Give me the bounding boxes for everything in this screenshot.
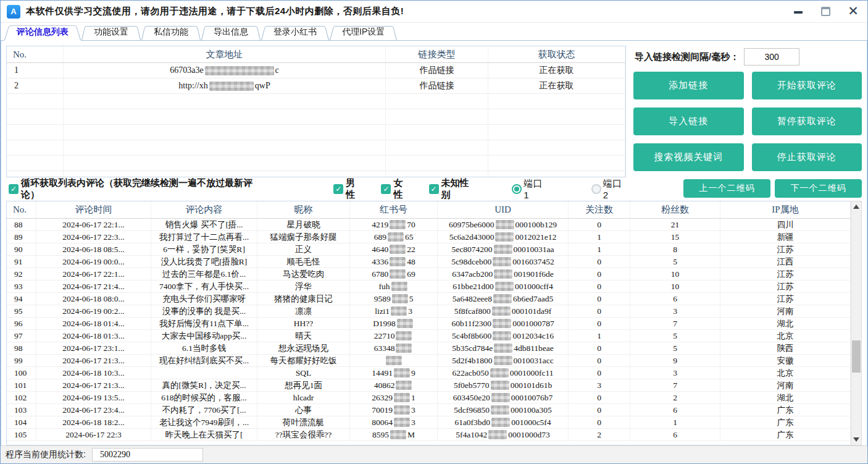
- female-label: 女性: [393, 177, 411, 201]
- censored-blur: [494, 356, 512, 365]
- col-header-link-type[interactable]: 链接类型: [386, 46, 488, 62]
- comment-table-row[interactable]: 1002024-06-18 10:3...SQL144919622acb0500…: [7, 367, 851, 379]
- cell-fans-count: 8: [630, 243, 720, 255]
- female-checkbox[interactable]: ✓: [381, 184, 391, 194]
- tab-proxy-ip[interactable]: 代理IP设置: [330, 24, 397, 40]
- port2-radio[interactable]: [591, 184, 601, 194]
- censored-blur: [394, 418, 410, 427]
- col-header-no[interactable]: No.: [7, 46, 64, 62]
- start-fetch-comments-button[interactable]: 开始获取评论: [752, 72, 862, 99]
- comment-table-row[interactable]: 982024-06-17 23:1...6.1当时多钱想永远现场见633485b…: [7, 342, 851, 355]
- comment-table-row[interactable]: 1022024-06-19 13:5...618的时候买的，客服...hlcad…: [7, 392, 851, 404]
- cell-follow-count: 1: [569, 330, 630, 342]
- comment-table-row[interactable]: 1052024-06-17 22:3昨天晚上在天猫买了[??琪宝会很乖??859…: [7, 429, 851, 441]
- link-table-empty-row: [7, 140, 625, 156]
- import-links-button[interactable]: 导入链接: [633, 108, 744, 135]
- empty-cell: [488, 125, 625, 140]
- scroll-down-arrow[interactable]: [851, 434, 861, 445]
- tab-comment-list[interactable]: 评论信息列表: [4, 23, 81, 40]
- cell-uid: 5a6482eee86b6ed7aad5: [438, 293, 569, 305]
- tab-function-settings[interactable]: 功能设置: [81, 24, 141, 40]
- maximize-button[interactable]: [820, 6, 832, 17]
- link-table: No. 文章地址 链接类型 获取状态 166703a3ec作品链接正在获取2ht…: [6, 46, 626, 177]
- cell-fetch-status: 正在获取: [488, 63, 625, 78]
- port1-radio[interactable]: [512, 184, 522, 194]
- empty-cell: [488, 140, 625, 155]
- comment-table-row[interactable]: 972024-06-18 01:3...大家去中国移动app买...晴天2271…: [7, 330, 851, 342]
- close-button[interactable]: ✕: [848, 6, 859, 17]
- usage-count-value: 5002290: [92, 448, 203, 462]
- comment-table-row[interactable]: 912024-06-19 00:0...没人比我贵了吧[捂脸R]顺毛毛怪4336…: [7, 256, 851, 268]
- minimize-button[interactable]: [793, 6, 804, 17]
- cell-article-url: http://xhqwP: [64, 78, 386, 93]
- window-controls: ✕: [793, 6, 859, 17]
- comment-table-row[interactable]: 922024-06-17 22:1...过去的三年都是6.1价...马达爱吃肉6…: [7, 268, 851, 281]
- loop-checkbox-label: 循环获取列表内评论（获取完继续检测一遍不放过最新评论）: [21, 177, 267, 201]
- cell-fans-count: 1: [630, 416, 720, 428]
- comment-table-row[interactable]: 962024-06-18 01:4...我好后悔没有11点下单...HH??D1…: [7, 318, 851, 330]
- cell-fans-count: 5: [630, 330, 720, 342]
- pause-fetch-comments-button[interactable]: 暂停获取评论: [752, 108, 862, 135]
- search-video-keyword-button[interactable]: 搜索视频关键词: [633, 143, 744, 171]
- cell-uid: 5dcf96850000100a305: [438, 404, 569, 416]
- comment-table-header: No. 评论时间 评论内容 昵称 红书号 UID 关注数 粉丝数 IP属地: [7, 201, 851, 219]
- col-header-fans-count[interactable]: 粉丝数: [630, 201, 720, 218]
- cell-no: 88: [7, 219, 36, 230]
- comment-table-row[interactable]: 942024-06-18 08:0...充电头子你们买哪家呀猪猪的健康日记958…: [7, 293, 851, 305]
- link-table-row[interactable]: 166703a3ec作品链接正在获取: [7, 63, 625, 78]
- unknown-gender-checkbox[interactable]: ✓: [429, 184, 439, 194]
- comment-table-row[interactable]: 902024-06-18 08:5...6一样，妥协了[笑哭R]正义464022…: [7, 243, 851, 256]
- link-table-empty-row: [7, 125, 625, 140]
- tab-login-xiaohongshu[interactable]: 登录小红书: [261, 24, 329, 40]
- stop-fetch-comments-button[interactable]: 停止获取评论: [752, 143, 862, 171]
- empty-cell: [488, 94, 625, 109]
- censored-blur: [493, 257, 511, 266]
- col-header-url[interactable]: 文章地址: [64, 46, 386, 62]
- port2-label: 端口2: [603, 178, 626, 200]
- col-header-follow-count[interactable]: 关注数: [569, 201, 630, 218]
- comment-table-row[interactable]: 992024-06-17 21:3...现在好纠结到底买不买...每天都耀好好吃…: [7, 355, 851, 367]
- col-header-ip-location[interactable]: IP属地: [720, 201, 851, 218]
- previous-qrcode-button[interactable]: 上一个二维码: [683, 179, 770, 198]
- cell-follow-count: 1: [569, 243, 630, 255]
- male-checkbox[interactable]: ✓: [333, 184, 343, 194]
- loop-checkbox[interactable]: ✓: [9, 184, 19, 194]
- next-qrcode-button[interactable]: 下一个二维码: [775, 179, 862, 198]
- link-table-row[interactable]: 2http://xhqwP作品链接正在获取: [7, 78, 625, 94]
- tab-private-message[interactable]: 私信功能: [141, 24, 201, 40]
- scrollbar-thumb[interactable]: [852, 340, 861, 373]
- censored-blur: [492, 306, 511, 316]
- add-link-button[interactable]: 添加链接: [633, 72, 744, 99]
- empty-cell: [64, 156, 386, 171]
- col-header-status[interactable]: 获取状态: [488, 46, 625, 62]
- vertical-scrollbar[interactable]: [851, 201, 862, 445]
- cell-comment-time: 2024-06-18 01:3...: [36, 330, 151, 342]
- cell-no: 94: [7, 293, 36, 305]
- col-header-no[interactable]: No.: [7, 201, 36, 218]
- comment-table-row[interactable]: 932024-06-17 21:4...7400拿下，有人手快买...浮华fuh…: [7, 281, 851, 293]
- comment-table-row[interactable]: 882024-06-17 22:1...销售火爆 买不了[捂...星月破晓421…: [7, 219, 851, 231]
- comment-table-row[interactable]: 1012024-06-17 21:3...真的[微笑R]，决定买...想再见1面…: [7, 379, 851, 392]
- cell-follow-count: 1: [569, 231, 630, 243]
- scroll-up-arrow[interactable]: [851, 201, 861, 212]
- comment-table-row[interactable]: 952024-06-19 00:2...没事的没事的 我是买...凛凛lizi1…: [7, 305, 851, 318]
- col-header-red-id[interactable]: 红书号: [350, 201, 438, 218]
- cell-follow-count: 0: [569, 355, 630, 366]
- comment-table-row[interactable]: 1042024-06-18 18:2...老让我这个7949刷到，...荷叶漂流…: [7, 416, 851, 429]
- comment-table-row[interactable]: 1032024-06-17 23:4...不内耗了，7706买了[...心事70…: [7, 404, 851, 416]
- cell-follow-count: 0: [569, 293, 630, 305]
- interval-input[interactable]: [744, 48, 799, 65]
- censored-blur: [495, 232, 514, 242]
- col-header-comment-content[interactable]: 评论内容: [151, 201, 257, 218]
- cell-fans-count: 6: [630, 404, 720, 416]
- col-header-uid[interactable]: UID: [438, 201, 569, 218]
- cell-uid: 5b35cd784e4db811beae: [438, 342, 569, 354]
- col-header-comment-time[interactable]: 评论时间: [36, 201, 151, 218]
- cell-fans-count: 5: [630, 256, 720, 268]
- tab-export-info[interactable]: 导出信息: [201, 24, 261, 40]
- cell-comment-content: 没人比我贵了吧[捂脸R]: [151, 256, 257, 268]
- comment-table-row[interactable]: 892024-06-17 22:3...我打算过了十二点再看...猛端瘸子那条好…: [7, 231, 851, 243]
- cell-uid: 5d2f4b18000010031acc: [438, 355, 569, 366]
- col-header-nickname[interactable]: 昵称: [257, 201, 350, 218]
- cell-follow-count: 0: [569, 342, 630, 354]
